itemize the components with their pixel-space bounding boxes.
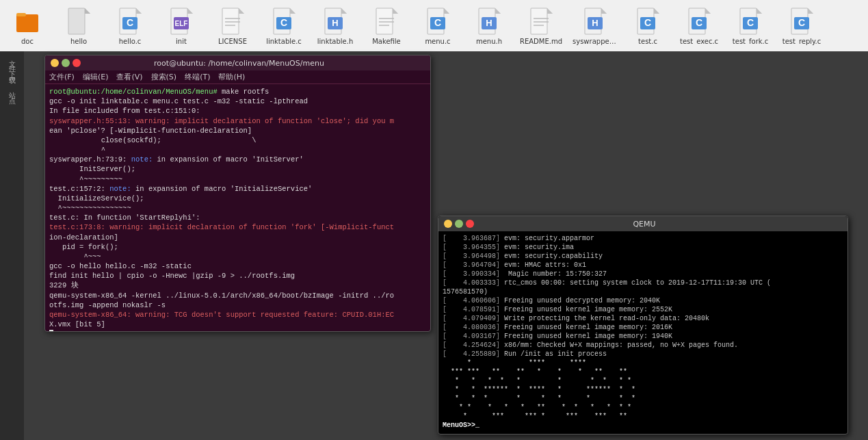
svg-marker-39: [444, 8, 449, 14]
file-label-doc: doc: [21, 38, 34, 45]
file-item-linktable_h[interactable]: H linktable.h: [315, 7, 356, 45]
file-item-menu_h[interactable]: H menu.h: [469, 7, 510, 45]
terminal-line-9: InitServer();: [49, 164, 426, 174]
file-item-README_md[interactable]: README.md: [520, 7, 562, 45]
qemu-minimize-button[interactable]: [444, 220, 452, 228]
file-icon-menu_h: H: [475, 7, 503, 38]
main-terminal: root@ubuntu: /home/colinvan/MenuOS/menu …: [44, 55, 431, 332]
file-item-LICENSE[interactable]: LICENSE: [212, 7, 253, 45]
file-icon-syswrapper_h: H: [581, 7, 609, 38]
qemu-line-11: [ 4.093167] Freeing unused kernel image …: [443, 332, 843, 341]
sidebar-text5: E: [8, 77, 16, 81]
minimize-button[interactable]: [51, 59, 59, 67]
file-item-Makefile[interactable]: Makefile: [366, 7, 407, 45]
file-icon-test_c: C: [634, 7, 661, 38]
svg-marker-23: [290, 8, 295, 14]
svg-marker-28: [341, 8, 347, 14]
file-label-test_reply_c: test_reply.c: [782, 38, 821, 45]
terminal-line-26: otfs.img -append nokaslr -s: [49, 300, 426, 310]
svg-marker-75: [808, 8, 813, 14]
menu-file[interactable]: 文件(F): [49, 72, 75, 82]
svg-text:H: H: [486, 18, 492, 28]
terminal-line-20: ^~~~: [49, 252, 426, 261]
file-label-LICENSE: LICENSE: [218, 38, 247, 45]
qemu-line-12: [ 4.254624] x86/mm: Checked W+X mappings…: [443, 341, 843, 350]
qemu-line-17: * * * * * * * * * *: [443, 376, 843, 385]
file-label-init: init: [176, 38, 187, 45]
menu-edit[interactable]: 编辑(E): [83, 72, 109, 82]
file-item-init[interactable]: ELF init: [161, 7, 202, 45]
terminal-line-13: InitializeService();: [49, 194, 426, 203]
file-label-test_c: test.c: [638, 38, 657, 45]
terminal-line-6: ^: [49, 145, 426, 155]
qemu-close-button[interactable]: [466, 220, 474, 228]
qemu-line-3: [ 3.964704] evm: HMAC attrs: 0x1: [443, 261, 843, 270]
qemu-line-21: * *** *** * *** *** **: [443, 412, 843, 421]
qemu-maximize-button[interactable]: [455, 220, 463, 228]
svg-text:C: C: [747, 17, 754, 28]
terminal-line-18: ion-declaration]: [49, 233, 426, 242]
file-item-test_reply_c[interactable]: C test_reply.c: [781, 7, 822, 45]
terminal-line-27: qemu-system-x86_64: warning: TCG doesn't…: [49, 310, 426, 320]
svg-text:C: C: [696, 17, 702, 28]
qemu-line-13: [ 4.255889] Run /init as init process: [443, 350, 843, 359]
terminal-title: root@ubuntu: /home/colinvan/MenuOS/menu: [81, 59, 397, 68]
file-item-menu_c[interactable]: C menu.c: [417, 7, 458, 45]
file-item-syswrapper_h[interactable]: H syswrapper.h: [573, 7, 617, 45]
terminal-line-5: close(sockfd); \: [49, 135, 426, 145]
svg-rect-47: [531, 8, 547, 34]
qemu-line-4: [ 3.990334] Magic number: 15:750:327: [443, 270, 843, 279]
file-item-linktable_c[interactable]: C linktable.c: [263, 7, 304, 45]
qemu-line-6: 1576581570): [443, 287, 843, 296]
terminal-line-16: test.c: In function 'StartReplyhi':: [49, 213, 426, 222]
qemu-line-16: *** *** ** ** * * * ** **: [443, 367, 843, 376]
svg-text:C: C: [798, 17, 805, 28]
file-item-test_fork_c[interactable]: C test_fork.c: [730, 7, 771, 45]
file-item-doc[interactable]: doc: [7, 7, 48, 45]
svg-text:C: C: [644, 17, 651, 28]
svg-marker-4: [85, 8, 90, 14]
qemu-window-controls: [444, 220, 474, 228]
terminal-line-10: ^~~~~~~~~~: [49, 174, 426, 184]
menu-view[interactable]: 查看(V): [116, 72, 142, 82]
terminal-line-14: ^~~~~~~~~~~~~~~~~: [49, 203, 426, 213]
file-label-test_exec_c: test_exec.c: [680, 38, 718, 45]
qemu-title-bar: QEMU: [438, 216, 847, 231]
file-item-test_c[interactable]: C test.c: [627, 7, 668, 45]
menu-search[interactable]: 搜索(S): [151, 72, 177, 82]
file-icon-test_fork_c: C: [737, 7, 764, 38]
terminal-content[interactable]: root@ubuntu:/home/colinvan/MenuOS/menu# …: [45, 84, 430, 331]
qemu-line-10: [ 4.080036] Freeing unused kernel image …: [443, 323, 843, 332]
svg-rect-31: [376, 8, 393, 34]
qemu-line-0: [ 3.963687] evm: security.apparmor: [443, 234, 843, 243]
terminal-menu-bar: 文件(F) 编辑(E) 查看(V) 搜索(S) 终端(T) 帮助(H): [45, 70, 430, 84]
qemu-line-18: * * ****** * **** * ****** * *: [443, 385, 843, 394]
terminal-line-17: test.c:173:8: warning: implicit declarat…: [49, 222, 426, 232]
svg-text:C: C: [127, 17, 133, 28]
file-item-test_exec_c[interactable]: C test_exec.c: [679, 7, 720, 45]
terminal-line-29: _: [49, 329, 426, 331]
file-item-hello[interactable]: hello: [58, 7, 99, 45]
qemu-line-8: [ 4.078591] Freeing unused kernel image …: [443, 305, 843, 314]
maximize-button[interactable]: [62, 59, 70, 67]
qemu-line-5: [ 4.003333] rtc_cmos 00:00: setting syst…: [443, 279, 843, 287]
svg-text:C: C: [280, 17, 287, 28]
file-icon-test_reply_c: C: [788, 7, 815, 38]
close-button[interactable]: [73, 59, 81, 67]
terminal-line-3: syswrapper.h:55:13: warning: implicit de…: [49, 116, 426, 126]
file-icon-linktable_h: H: [321, 7, 349, 38]
qemu-window: QEMU [ 3.963687] evm: security.apparmor[…: [438, 216, 848, 435]
qemu-line-23: MenuOS>>_: [443, 421, 843, 430]
menu-help[interactable]: 帮助(H): [218, 72, 245, 82]
file-item-hello_c[interactable]: C hello.c: [109, 7, 150, 45]
qemu-content[interactable]: [ 3.963687] evm: security.apparmor[ 3.96…: [438, 231, 847, 434]
file-label-Makefile: Makefile: [372, 38, 401, 45]
terminal-line-19: pid = fork();: [49, 242, 426, 252]
svg-marker-60: [654, 8, 659, 14]
qemu-line-19: * * * * * * * * *: [443, 394, 843, 403]
qemu-line-9: [ 4.079409] Write protecting the kernel …: [443, 314, 843, 323]
svg-rect-15: [222, 8, 239, 34]
file-label-linktable_h: linktable.h: [317, 38, 354, 45]
svg-marker-33: [393, 8, 398, 14]
menu-terminal[interactable]: 终端(T): [185, 72, 210, 82]
